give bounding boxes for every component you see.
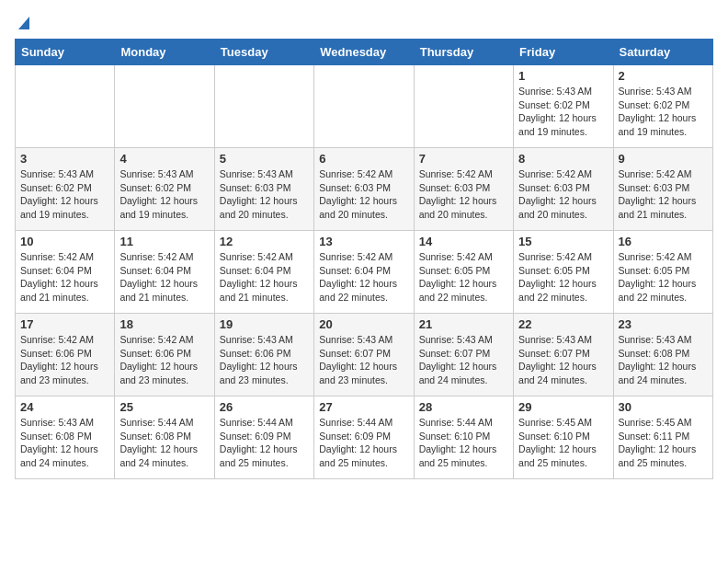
calendar-header-row: SundayMondayTuesdayWednesdayThursdayFrid…	[16, 40, 713, 65]
day-info: Sunrise: 5:42 AM Sunset: 6:03 PM Dayligh…	[319, 167, 408, 222]
logo	[15, 15, 31, 31]
day-info: Sunrise: 5:42 AM Sunset: 6:05 PM Dayligh…	[619, 250, 708, 304]
day-info: Sunrise: 5:45 AM Sunset: 6:10 PM Dayligh…	[518, 416, 608, 470]
calendar-cell: 8Sunrise: 5:42 AM Sunset: 6:03 PM Daylig…	[514, 148, 613, 231]
day-number: 24	[20, 400, 109, 414]
day-number: 22	[518, 317, 608, 331]
day-number: 19	[220, 317, 309, 331]
calendar-cell: 6Sunrise: 5:42 AM Sunset: 6:03 PM Daylig…	[314, 148, 414, 231]
day-info: Sunrise: 5:43 AM Sunset: 6:03 PM Dayligh…	[220, 167, 309, 222]
calendar-cell	[16, 65, 115, 148]
calendar-cell: 23Sunrise: 5:43 AM Sunset: 6:08 PM Dayli…	[613, 314, 712, 396]
calendar-cell: 20Sunrise: 5:43 AM Sunset: 6:07 PM Dayli…	[314, 314, 414, 396]
day-number: 6	[319, 152, 408, 166]
day-number: 10	[20, 235, 109, 248]
svg-marker-0	[18, 17, 29, 29]
calendar-cell: 28Sunrise: 5:44 AM Sunset: 6:10 PM Dayli…	[414, 396, 513, 479]
day-info: Sunrise: 5:43 AM Sunset: 6:02 PM Dayligh…	[619, 85, 708, 139]
day-number: 8	[518, 152, 608, 166]
day-info: Sunrise: 5:42 AM Sunset: 6:05 PM Dayligh…	[518, 250, 608, 304]
calendar-cell: 13Sunrise: 5:42 AM Sunset: 6:04 PM Dayli…	[314, 231, 414, 314]
calendar-week-row: 24Sunrise: 5:43 AM Sunset: 6:08 PM Dayli…	[16, 396, 713, 479]
day-number: 29	[518, 400, 608, 414]
day-number: 9	[619, 152, 708, 166]
calendar-cell: 19Sunrise: 5:43 AM Sunset: 6:06 PM Dayli…	[214, 314, 313, 396]
column-header-thursday: Thursday	[414, 40, 513, 65]
column-header-sunday: Sunday	[16, 40, 115, 65]
day-number: 11	[119, 235, 209, 248]
calendar-cell: 7Sunrise: 5:42 AM Sunset: 6:03 PM Daylig…	[414, 148, 513, 231]
day-info: Sunrise: 5:43 AM Sunset: 6:06 PM Dayligh…	[220, 333, 309, 387]
calendar-week-row: 17Sunrise: 5:42 AM Sunset: 6:06 PM Dayli…	[16, 314, 713, 396]
calendar-cell: 22Sunrise: 5:43 AM Sunset: 6:07 PM Dayli…	[514, 314, 613, 396]
calendar-week-row: 10Sunrise: 5:42 AM Sunset: 6:04 PM Dayli…	[16, 231, 713, 314]
day-number: 21	[419, 317, 508, 331]
calendar-cell: 1Sunrise: 5:43 AM Sunset: 6:02 PM Daylig…	[514, 65, 613, 148]
calendar-cell: 26Sunrise: 5:44 AM Sunset: 6:09 PM Dayli…	[214, 396, 313, 479]
day-info: Sunrise: 5:43 AM Sunset: 6:07 PM Dayligh…	[419, 333, 508, 387]
calendar-cell: 17Sunrise: 5:42 AM Sunset: 6:06 PM Dayli…	[16, 314, 115, 396]
day-info: Sunrise: 5:44 AM Sunset: 6:09 PM Dayligh…	[220, 416, 309, 470]
day-number: 30	[619, 400, 708, 414]
calendar-cell: 10Sunrise: 5:42 AM Sunset: 6:04 PM Dayli…	[16, 231, 115, 314]
day-info: Sunrise: 5:43 AM Sunset: 6:02 PM Dayligh…	[20, 167, 109, 222]
day-info: Sunrise: 5:44 AM Sunset: 6:09 PM Dayligh…	[319, 416, 408, 470]
calendar-cell: 2Sunrise: 5:43 AM Sunset: 6:02 PM Daylig…	[613, 65, 712, 148]
day-info: Sunrise: 5:43 AM Sunset: 6:07 PM Dayligh…	[518, 333, 608, 387]
logo-triangle-icon	[17, 13, 31, 31]
calendar-cell: 27Sunrise: 5:44 AM Sunset: 6:09 PM Dayli…	[314, 396, 414, 479]
page-header	[15, 15, 713, 31]
calendar-cell: 15Sunrise: 5:42 AM Sunset: 6:05 PM Dayli…	[514, 231, 613, 314]
calendar-cell: 29Sunrise: 5:45 AM Sunset: 6:10 PM Dayli…	[514, 396, 613, 479]
calendar-cell: 12Sunrise: 5:42 AM Sunset: 6:04 PM Dayli…	[214, 231, 313, 314]
calendar-cell	[414, 65, 513, 148]
calendar-cell: 3Sunrise: 5:43 AM Sunset: 6:02 PM Daylig…	[16, 148, 115, 231]
day-info: Sunrise: 5:42 AM Sunset: 6:04 PM Dayligh…	[20, 250, 109, 304]
column-header-friday: Friday	[514, 40, 613, 65]
day-number: 27	[319, 400, 408, 414]
calendar-cell: 5Sunrise: 5:43 AM Sunset: 6:03 PM Daylig…	[214, 148, 313, 231]
day-info: Sunrise: 5:42 AM Sunset: 6:04 PM Dayligh…	[220, 250, 309, 304]
day-number: 15	[518, 235, 608, 248]
calendar-cell	[314, 65, 414, 148]
column-header-wednesday: Wednesday	[314, 40, 414, 65]
day-info: Sunrise: 5:42 AM Sunset: 6:03 PM Dayligh…	[419, 167, 508, 222]
day-info: Sunrise: 5:43 AM Sunset: 6:08 PM Dayligh…	[20, 416, 109, 470]
day-number: 5	[220, 152, 309, 166]
calendar-cell: 25Sunrise: 5:44 AM Sunset: 6:08 PM Dayli…	[115, 396, 214, 479]
day-number: 18	[119, 317, 209, 331]
calendar-cell: 14Sunrise: 5:42 AM Sunset: 6:05 PM Dayli…	[414, 231, 513, 314]
day-info: Sunrise: 5:43 AM Sunset: 6:02 PM Dayligh…	[518, 85, 608, 139]
column-header-monday: Monday	[115, 40, 214, 65]
calendar-cell: 21Sunrise: 5:43 AM Sunset: 6:07 PM Dayli…	[414, 314, 513, 396]
day-number: 13	[319, 235, 408, 248]
calendar-cell: 4Sunrise: 5:43 AM Sunset: 6:02 PM Daylig…	[115, 148, 214, 231]
day-info: Sunrise: 5:42 AM Sunset: 6:06 PM Dayligh…	[119, 333, 209, 387]
day-info: Sunrise: 5:43 AM Sunset: 6:02 PM Dayligh…	[119, 167, 209, 222]
day-number: 2	[619, 69, 708, 83]
day-number: 20	[319, 317, 408, 331]
day-number: 25	[119, 400, 209, 414]
day-info: Sunrise: 5:42 AM Sunset: 6:05 PM Dayligh…	[419, 250, 508, 304]
calendar-cell: 24Sunrise: 5:43 AM Sunset: 6:08 PM Dayli…	[16, 396, 115, 479]
calendar-cell: 30Sunrise: 5:45 AM Sunset: 6:11 PM Dayli…	[613, 396, 712, 479]
day-info: Sunrise: 5:44 AM Sunset: 6:08 PM Dayligh…	[119, 416, 209, 470]
day-number: 26	[220, 400, 309, 414]
column-header-saturday: Saturday	[613, 40, 712, 65]
calendar-cell	[214, 65, 313, 148]
day-number: 4	[119, 152, 209, 166]
day-info: Sunrise: 5:42 AM Sunset: 6:03 PM Dayligh…	[518, 167, 608, 222]
column-header-tuesday: Tuesday	[214, 40, 313, 65]
day-info: Sunrise: 5:44 AM Sunset: 6:10 PM Dayligh…	[419, 416, 508, 470]
calendar-cell	[115, 65, 214, 148]
day-number: 16	[619, 235, 708, 248]
day-number: 12	[220, 235, 309, 248]
day-number: 17	[20, 317, 109, 331]
day-number: 23	[619, 317, 708, 331]
day-number: 28	[419, 400, 508, 414]
day-number: 1	[518, 69, 608, 83]
day-info: Sunrise: 5:42 AM Sunset: 6:03 PM Dayligh…	[619, 167, 708, 222]
day-info: Sunrise: 5:42 AM Sunset: 6:06 PM Dayligh…	[20, 333, 109, 387]
day-info: Sunrise: 5:42 AM Sunset: 6:04 PM Dayligh…	[119, 250, 209, 304]
day-info: Sunrise: 5:43 AM Sunset: 6:07 PM Dayligh…	[319, 333, 408, 387]
